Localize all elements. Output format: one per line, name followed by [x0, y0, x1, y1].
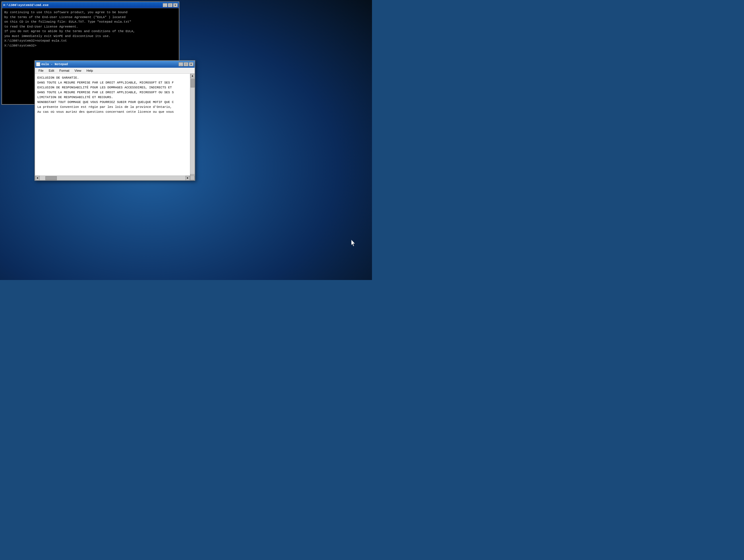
notepad-line: DANS TOUTE LA MESURE PERMISE PAR LE DROI…: [37, 80, 188, 85]
resize-corner[interactable]: [190, 175, 195, 180]
notepad-content-area: EXCLUSION DE GARANTIE.DANS TOUTE LA MESU…: [35, 74, 195, 179]
menu-item-format[interactable]: Format: [57, 68, 72, 73]
notepad-line: DANS TOUTE LA MESURE PERMISE PAR LE DROI…: [37, 90, 188, 95]
notepad-title: eula - Notepad: [41, 63, 68, 66]
cmd-line: X:\i386\system32>notepad eula.txt: [4, 38, 177, 43]
cmd-close-button[interactable]: ×: [173, 3, 178, 7]
svg-marker-0: [351, 240, 355, 246]
notepad-maximize-button[interactable]: □: [184, 62, 188, 66]
notepad-line: La présente Convention est régie par les…: [37, 105, 188, 110]
menu-item-file[interactable]: File: [36, 68, 46, 73]
menu-item-edit[interactable]: Edit: [46, 68, 57, 73]
cmd-line: By continuing to use this software produ…: [4, 10, 177, 15]
notepad-line: NONOBSTANT TOUT DOMMAGE QUE VOUS POURRIE…: [37, 100, 188, 105]
notepad-menubar: FileEditFormatViewHelp: [35, 68, 195, 74]
cmd-window-controls: _ □ ×: [163, 3, 178, 7]
scrollbar-track[interactable]: [190, 78, 195, 174]
notepad-line: EXCLUSION DE GARANTIE.: [37, 75, 188, 80]
cmd-minimize-button[interactable]: _: [163, 3, 168, 7]
notepad-app-icon: 📄: [36, 62, 40, 66]
mouse-cursor: [351, 240, 355, 246]
cmd-line: to read the End-User License Agreement.: [4, 25, 177, 29]
hscrollbar-right-button[interactable]: ►: [185, 176, 190, 181]
notepad-line: Au cas où vous auriez des questions conc…: [37, 110, 188, 115]
cmd-line: on this CD in the following file: EULA.T…: [4, 19, 177, 25]
notepad-titlebar: 📄 eula - Notepad _ □ ×: [35, 61, 195, 68]
notepad-window-controls: _ □ ×: [179, 62, 193, 66]
cmd-titlebar: X:\i386\system32\cmd.exe _ □ ×: [2, 2, 179, 8]
menu-item-help[interactable]: Help: [84, 68, 95, 73]
notepad-close-button[interactable]: ×: [189, 62, 193, 66]
cmd-title: X:\i386\system32\cmd.exe: [3, 3, 48, 7]
notepad-title-left: 📄 eula - Notepad: [36, 62, 68, 66]
scrollbar-up-button[interactable]: ▲: [190, 74, 195, 78]
hscrollbar-track[interactable]: [40, 176, 185, 180]
hscrollbar-thumb[interactable]: [45, 176, 57, 180]
notepad-minimize-button[interactable]: _: [179, 62, 183, 66]
notepad-text-area[interactable]: EXCLUSION DE GARANTIE.DANS TOUTE LA MESU…: [35, 74, 190, 179]
notepad-line: EXCLUSION DE RESPONSABILITÉ POUR LES DOM…: [37, 85, 188, 90]
notepad-vertical-scrollbar[interactable]: ▲ ▼: [190, 74, 195, 179]
cmd-line: X:\i386\system32>: [4, 43, 177, 48]
notepad-horizontal-scrollbar[interactable]: ◄ ►: [35, 175, 190, 180]
cmd-line: by the terms of the End-User License Agr…: [4, 15, 177, 20]
cmd-content-area: By continuing to use this software produ…: [2, 8, 179, 50]
menu-item-view[interactable]: View: [72, 68, 84, 73]
notepad-line: LIMITATION DE RESPONSABILITÉ ET RECOURS.: [37, 95, 188, 100]
scrollbar-thumb[interactable]: [191, 79, 195, 87]
hscrollbar-left-button[interactable]: ◄: [35, 176, 40, 181]
cmd-line: you must immediately exit WinPE and disc…: [4, 34, 177, 39]
cmd-maximize-button[interactable]: □: [168, 3, 173, 7]
cmd-line: If you do not agree to abide by the term…: [4, 29, 177, 34]
notepad-window: 📄 eula - Notepad _ □ × FileEditFormatVie…: [34, 60, 195, 181]
